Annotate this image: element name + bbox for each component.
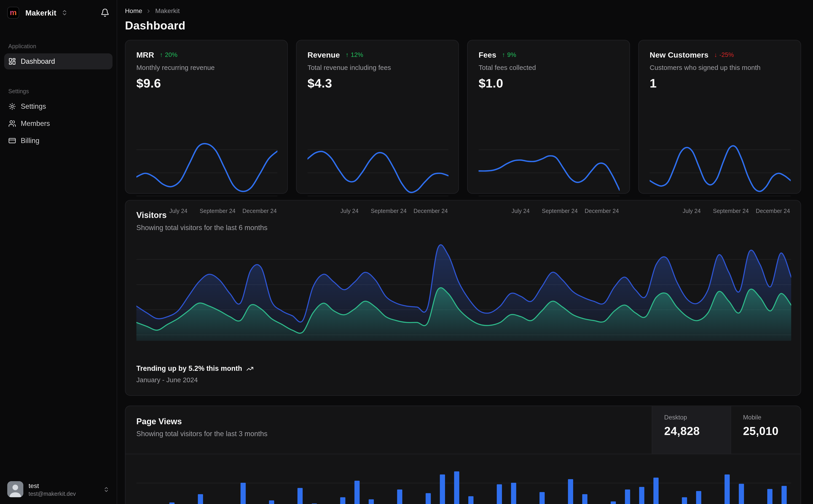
- sidebar-item-dashboard[interactable]: Dashboard: [4, 53, 112, 69]
- stat-card-fees: Fees ↑ 9% Total fees collected $1.0 July…: [467, 40, 630, 194]
- trend-badge: ↑ 20%: [160, 51, 177, 58]
- credit-card-icon: [8, 137, 16, 145]
- sidebar: m Makerkit Application: [0, 0, 117, 504]
- app-window: m Makerkit Application: [0, 0, 813, 504]
- stat-title: Fees: [479, 50, 496, 59]
- toggle-label: Mobile: [743, 414, 801, 421]
- chevron-right-icon: [146, 8, 151, 14]
- trend-badge: ↓ -25%: [714, 51, 734, 58]
- stat-subtitle: Monthly recurring revenue: [136, 64, 276, 72]
- nav-section-settings: Settings: [4, 88, 112, 94]
- stat-title: New Customers: [650, 50, 709, 59]
- stat-subtitle: Total revenue including fees: [307, 64, 447, 72]
- user-name: test: [29, 482, 76, 489]
- stat-cards-row: MRR ↑ 20% Monthly recurring revenue $9.6…: [125, 40, 801, 194]
- date-range: January - June 2024: [136, 376, 790, 384]
- main-content: Home Makerkit Dashboard MRR ↑ 20% Monthl…: [117, 0, 813, 504]
- toggle-label: Desktop: [664, 414, 731, 421]
- user-email: test@makerkit.dev: [29, 490, 76, 496]
- nav-section-application: Application: [4, 43, 112, 49]
- sparkline-axis: July 24 September 24 December 24: [479, 208, 619, 215]
- visitors-subtitle: Showing total visitors for the last 6 mo…: [136, 224, 790, 231]
- makerkit-logo[interactable]: m: [7, 7, 19, 19]
- sidebar-item-label: Members: [21, 120, 50, 127]
- chevrons-up-down-icon[interactable]: [61, 9, 68, 16]
- workspace-name[interactable]: Makerkit: [25, 8, 56, 17]
- sidebar-item-billing[interactable]: Billing: [4, 133, 112, 149]
- stat-value: $1.0: [479, 76, 619, 90]
- chevrons-up-down-icon[interactable]: [103, 486, 109, 492]
- sparkline-axis: July 24 September 24 December 24: [650, 208, 790, 215]
- sidebar-item-label: Billing: [21, 137, 40, 145]
- trending-up-icon: [246, 365, 254, 372]
- stat-card-revenue: Revenue ↑ 12% Total revenue including fe…: [296, 40, 459, 194]
- toggle-mobile[interactable]: Mobile 25,010: [731, 406, 801, 454]
- user-avatar: [7, 481, 23, 497]
- stat-card-mrr: MRR ↑ 20% Monthly recurring revenue $9.6…: [125, 40, 288, 194]
- sidebar-item-settings[interactable]: Settings: [4, 98, 112, 114]
- dashboard-grid-icon: [8, 58, 16, 65]
- arrow-up-glyph: ↑: [346, 51, 349, 58]
- toggle-value: 25,010: [743, 425, 801, 438]
- breadcrumb-current: Makerkit: [155, 7, 180, 15]
- arrow-up-glyph: ↑: [502, 51, 505, 58]
- stat-title: Revenue: [307, 50, 340, 59]
- sparkline-chart: [136, 139, 276, 203]
- page-views-bar-chart: [125, 454, 801, 504]
- arrow-up-glyph: ↑: [160, 51, 163, 58]
- user-meta: test test@makerkit.dev: [29, 482, 76, 496]
- visitors-card: Visitors Showing total visitors for the …: [125, 200, 801, 396]
- logo-letter: m: [10, 8, 17, 16]
- sidebar-nav: Application Dashboard Settings: [0, 43, 117, 149]
- user-menu[interactable]: test test@makerkit.dev: [0, 477, 117, 504]
- stat-title: MRR: [136, 50, 154, 59]
- sidebar-item-label: Settings: [21, 103, 46, 110]
- sidebar-header: m Makerkit: [0, 0, 117, 19]
- stat-subtitle: Total fees collected: [479, 64, 619, 72]
- page-title: Dashboard: [125, 19, 801, 33]
- trend-badge: ↑ 9%: [502, 51, 516, 58]
- arrow-down-glyph: ↓: [714, 51, 717, 58]
- users-icon: [8, 120, 16, 127]
- trend-badge: ↑ 12%: [346, 51, 363, 58]
- toggle-value: 24,828: [664, 425, 731, 438]
- sparkline-chart: [479, 139, 619, 203]
- visitors-area-chart: [136, 240, 790, 341]
- stat-subtitle: Customers who signed up this month: [650, 64, 790, 72]
- page-views-header: Page Views Showing total visitors for th…: [125, 406, 801, 454]
- page-views-title: Page Views: [136, 417, 641, 426]
- sidebar-item-label: Dashboard: [21, 58, 55, 65]
- trend-text: Trending up by 5.2% this month: [136, 365, 242, 372]
- page-views-subtitle: Showing total visitors for the last 3 mo…: [136, 430, 641, 438]
- stat-value: $4.3: [307, 76, 447, 90]
- visitors-footer: Trending up by 5.2% this month January -…: [136, 365, 790, 384]
- breadcrumb-home-link[interactable]: Home: [125, 7, 142, 15]
- page-views-card: Page Views Showing total visitors for th…: [125, 406, 801, 504]
- stat-value: 1: [650, 76, 790, 90]
- breadcrumb: Home Makerkit: [125, 7, 801, 15]
- gear-icon: [8, 103, 16, 110]
- stat-card-new-customers: New Customers ↓ -25% Customers who signe…: [638, 40, 801, 194]
- toggle-desktop[interactable]: Desktop 24,828: [652, 406, 731, 454]
- sparkline-chart: [650, 139, 790, 203]
- sparkline-axis: July 24 September 24 December 24: [307, 208, 447, 215]
- sidebar-item-members[interactable]: Members: [4, 116, 112, 132]
- sparkline-axis: July 24 September 24 December 24: [136, 208, 276, 215]
- bell-icon[interactable]: [101, 8, 109, 17]
- stat-value: $9.6: [136, 76, 276, 90]
- sparkline-chart: [307, 139, 447, 203]
